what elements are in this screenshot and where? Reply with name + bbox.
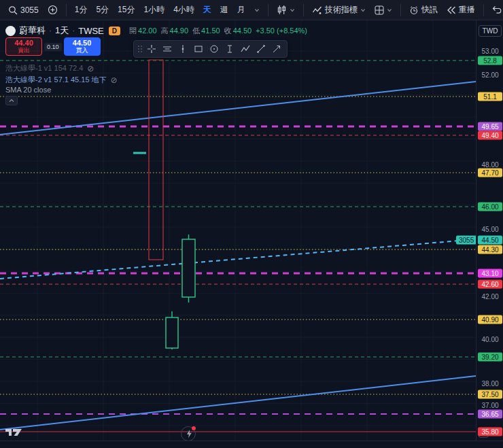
ohlc-open-label: 開 bbox=[129, 26, 137, 36]
trendline-tool-icon[interactable] bbox=[254, 41, 268, 56]
axis-label-35.80: 35.80 bbox=[478, 428, 502, 436]
toolbar-divider bbox=[483, 4, 484, 16]
interval-1week[interactable]: 週 bbox=[216, 2, 232, 18]
axis-label-47.70: 47.70 bbox=[478, 169, 502, 177]
symbol-search-text: 3055 bbox=[20, 5, 39, 15]
indicator-title[interactable]: 浩大線學-2 v1 57.1 45.15 地下 bbox=[5, 75, 107, 85]
compare-add-button[interactable] bbox=[44, 2, 62, 18]
layout-grid-icon bbox=[375, 5, 384, 15]
axis-label-40.00: 40.00 bbox=[476, 335, 503, 344]
axis-label-36.65: 36.65 bbox=[478, 410, 502, 419]
tradingview-logo[interactable] bbox=[5, 427, 23, 440]
interval-1month[interactable]: 月 bbox=[233, 2, 249, 18]
cross-tool-icon[interactable] bbox=[144, 41, 159, 56]
axis-label-37.50: 37.50 bbox=[478, 390, 502, 399]
axis-label-38.00: 38.00 bbox=[476, 379, 503, 388]
rectangle-tool-icon[interactable] bbox=[191, 41, 206, 56]
indicator-title[interactable]: SMA 20 close bbox=[5, 86, 51, 94]
alerts-label: 快訊 bbox=[421, 4, 438, 16]
polyline-tool-icon[interactable] bbox=[238, 41, 253, 56]
replay-label: 重播 bbox=[459, 4, 475, 16]
interval-menu-button[interactable] bbox=[250, 2, 264, 18]
toolbar-divider bbox=[400, 4, 401, 16]
chevron-down-icon bbox=[360, 7, 366, 13]
buy-button[interactable]: 44.50 買入 bbox=[64, 37, 101, 56]
interval-1min[interactable]: 1分 bbox=[71, 2, 92, 18]
axis-label-51.1: 51.1 bbox=[478, 92, 502, 101]
vertical-line-tool-icon[interactable] bbox=[175, 41, 190, 56]
quick-trade-lightning-button[interactable] bbox=[181, 426, 196, 441]
axis-label-45.00: 45.00 bbox=[476, 225, 503, 234]
sell-price: 44.40 bbox=[14, 39, 33, 48]
replay-rewind-icon bbox=[447, 6, 456, 14]
layout-button[interactable] bbox=[370, 2, 396, 18]
buy-label: 買入 bbox=[76, 48, 88, 54]
candle-body[interactable] bbox=[182, 239, 195, 297]
legend-collapse-button[interactable] bbox=[5, 96, 18, 105]
search-icon bbox=[8, 5, 18, 15]
axis-label-49.40: 49.40 bbox=[478, 131, 502, 140]
interval-badge[interactable]: D bbox=[109, 27, 120, 35]
eye-hidden-icon[interactable]: ⊘ bbox=[111, 75, 118, 85]
indicator-row[interactable]: SMA 20 close bbox=[5, 86, 51, 94]
ohlc-close-label: 收 bbox=[224, 26, 232, 36]
price-range-tool-icon[interactable] bbox=[222, 41, 237, 56]
trend-line[interactable] bbox=[0, 376, 476, 430]
symbol-exchange[interactable]: TWSE bbox=[78, 26, 104, 36]
chevron-down-icon bbox=[387, 7, 392, 13]
ohlc-readout: 開 42.00 高 44.90 低 41.50 收 44.50 +3.50 (+… bbox=[129, 26, 307, 36]
chart-type-button[interactable] bbox=[273, 2, 299, 18]
interval-5min[interactable]: 5分 bbox=[92, 2, 113, 18]
symbol-search-button[interactable]: 3055 bbox=[4, 2, 43, 18]
axis-label-42.60: 42.60 bbox=[478, 280, 502, 289]
ellipse-tool-icon[interactable] bbox=[207, 41, 222, 56]
alerts-button[interactable]: 快訊 bbox=[405, 2, 442, 18]
time-axis[interactable] bbox=[0, 441, 503, 448]
symbol-logo-icon bbox=[5, 26, 16, 36]
chart-legend: 蔚華科 · 1天 · TWSE D 開 42.00 高 44.90 低 41.5… bbox=[5, 24, 307, 37]
axis-label-43.10: 43.10 bbox=[478, 269, 502, 278]
axis-label-53.00: 53.00 bbox=[476, 47, 503, 56]
interval-1hour[interactable]: 1小時 bbox=[139, 2, 169, 18]
top-toolbar: 3055 1分 5分 15分 1小時 4小時 天 週 月 技術指標 快訊 重播 bbox=[0, 0, 503, 20]
spread-value: 0.10 bbox=[44, 43, 62, 51]
symbol-price-tag: 3055 bbox=[456, 236, 476, 245]
candle-body[interactable] bbox=[166, 317, 178, 348]
indicator-title[interactable]: 浩大線學-1 v1 154 72.4 bbox=[5, 63, 83, 73]
replay-button[interactable]: 重播 bbox=[443, 2, 479, 18]
alarm-clock-icon bbox=[409, 5, 419, 15]
drag-handle[interactable] bbox=[137, 44, 143, 54]
axis-label-40.90: 40.90 bbox=[478, 315, 502, 324]
lightning-icon bbox=[185, 429, 192, 438]
arrow-tool-icon[interactable] bbox=[269, 41, 284, 56]
trade-widget: 44.40 賣出 0.10 44.50 買入 bbox=[5, 37, 101, 56]
sell-button[interactable]: 44.40 賣出 bbox=[5, 37, 42, 56]
currency-toggle-button[interactable]: TWD bbox=[479, 25, 502, 37]
ohlc-high-label: 高 bbox=[161, 26, 169, 36]
symbol-name[interactable]: 蔚華科 bbox=[19, 24, 46, 37]
candlestick-chart-icon bbox=[277, 5, 287, 15]
plus-circle-icon bbox=[48, 5, 58, 15]
ohlc-low-value: 41.50 bbox=[201, 27, 220, 35]
interval-4hour[interactable]: 4小時 bbox=[169, 2, 198, 18]
indicators-icon bbox=[312, 5, 322, 15]
indicator-row[interactable]: 浩大線學-2 v1 57.1 45.15 地下 ⊘ bbox=[5, 75, 118, 85]
ohlc-open-value: 42.00 bbox=[138, 27, 157, 35]
sell-label: 賣出 bbox=[18, 48, 30, 54]
symbol-interval[interactable]: 1天 bbox=[55, 24, 69, 37]
horizontal-line-tool-icon[interactable] bbox=[160, 41, 175, 56]
axis-label-49.65: 49.65 bbox=[478, 122, 502, 131]
red-range-box[interactable] bbox=[149, 60, 163, 260]
axis-label-42.00: 42.00 bbox=[476, 292, 503, 301]
indicator-row[interactable]: 浩大線學-1 v1 154 72.4 ⊘ bbox=[5, 63, 94, 73]
eye-hidden-icon[interactable]: ⊘ bbox=[87, 64, 94, 73]
ohlc-change: +3.50 (+8.54%) bbox=[256, 27, 307, 35]
undo-arrow-icon bbox=[492, 5, 502, 14]
axis-label-37.00: 37.00 bbox=[476, 401, 503, 410]
buy-price: 44.50 bbox=[73, 39, 92, 48]
indicators-button[interactable]: 技術指標 bbox=[308, 2, 370, 18]
interval-15min[interactable]: 15分 bbox=[114, 2, 139, 18]
interval-1day[interactable]: 天 bbox=[199, 2, 215, 18]
price-axis[interactable]: TWD E 53.0052.852.0051.149.6549.4048.004… bbox=[476, 20, 503, 441]
undo-button[interactable] bbox=[488, 2, 503, 18]
